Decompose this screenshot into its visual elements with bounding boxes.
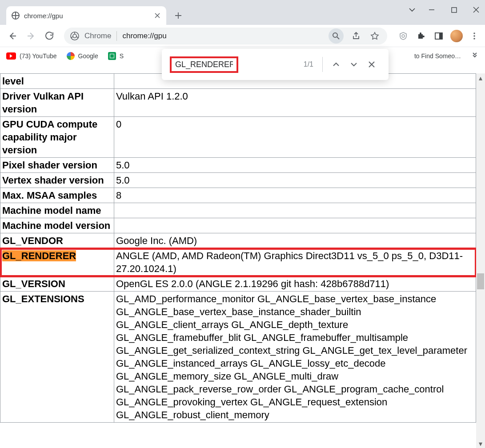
extensions-puzzle-icon[interactable] — [415, 30, 427, 42]
tab-search-button[interactable] — [409, 6, 416, 13]
scroll-up-arrow[interactable]: ▴ — [476, 73, 485, 82]
table-row: Machine model version — [0, 218, 476, 233]
share-icon[interactable] — [350, 30, 362, 42]
svg-point-9 — [473, 38, 475, 40]
profile-avatar[interactable] — [450, 30, 463, 42]
gpu-info-table: levelDriver Vulkan API versionVulkan API… — [0, 73, 476, 423]
browser-tab[interactable]: chrome://gpu — [6, 6, 166, 25]
bookmark-sheets[interactable]: S — [108, 52, 124, 60]
row-key: Driver Vulkan API version — [0, 89, 114, 117]
omnibox-chip-label: Chrome — [84, 32, 111, 40]
table-row: GL_EXTENSIONSGL_AMD_performance_monitor … — [0, 292, 476, 423]
find-next-button[interactable] — [345, 56, 363, 73]
row-value: OpenGL ES 2.0.0 (ANGLE 2.1.19296 git has… — [114, 276, 476, 292]
row-key: Pixel shader version — [0, 158, 114, 173]
svg-rect-0 — [452, 8, 457, 12]
row-key: Machine model version — [0, 218, 114, 233]
row-key: GL_EXTENSIONS — [0, 292, 114, 423]
chrome-icon — [70, 32, 79, 40]
omnibox-url: chrome://gpu — [122, 32, 166, 40]
table-row: Vertex shader version5.0 — [0, 173, 476, 188]
svg-point-8 — [473, 35, 475, 37]
find-input-highlight — [170, 56, 238, 73]
row-value — [114, 203, 476, 218]
forward-button[interactable] — [23, 28, 39, 44]
close-tab-button[interactable] — [154, 12, 161, 19]
svg-point-4 — [402, 35, 405, 37]
scrollbar-thumb[interactable] — [477, 273, 484, 289]
find-in-page-bar: 1/1 — [162, 49, 389, 80]
tab-title: chrome://gpu — [24, 12, 149, 20]
bookmark-youtube[interactable]: (73) YouTube — [6, 52, 57, 60]
svg-point-7 — [473, 32, 475, 34]
bookmark-item[interactable]: to Find Someo… — [414, 52, 461, 60]
table-row: GL_RENDERERANGLE (AMD, AMD Radeon(TM) Gr… — [0, 248, 476, 276]
svg-point-2 — [73, 34, 76, 38]
table-row: Pixel shader version5.0 — [0, 158, 476, 173]
omnibox-separator — [116, 31, 117, 41]
row-value: GL_AMD_performance_monitor GL_ANGLE_base… — [114, 292, 476, 423]
row-key: GL_VENDOR — [0, 233, 114, 248]
row-value: Google Inc. (AMD) — [114, 233, 476, 248]
table-row: GL_VENDORGoogle Inc. (AMD) — [0, 233, 476, 248]
youtube-icon — [6, 52, 16, 60]
menu-button[interactable] — [468, 30, 481, 42]
google-icon — [67, 52, 75, 60]
row-key: GL_RENDERER — [0, 248, 114, 276]
extension-shield-icon[interactable] — [397, 30, 409, 42]
close-window-button[interactable] — [470, 4, 482, 16]
find-prev-button[interactable] — [327, 56, 345, 73]
bookmark-star-icon[interactable] — [369, 30, 381, 42]
bookmark-label: (73) YouTube — [20, 52, 57, 60]
find-match-count: 1/1 — [304, 60, 313, 68]
bookmark-label: Google — [78, 52, 98, 60]
row-key: GPU CUDA compute capability major versio… — [0, 117, 114, 158]
find-close-button[interactable] — [363, 56, 381, 73]
row-value: 5.0 — [114, 158, 476, 173]
row-key: GL_VERSION — [0, 276, 114, 292]
page-content: levelDriver Vulkan API versionVulkan API… — [0, 73, 476, 448]
row-value: 8 — [114, 188, 476, 203]
back-button[interactable] — [4, 28, 20, 44]
scrollbar-track[interactable]: ▴ ▾ — [476, 73, 485, 448]
row-value: 0 — [114, 117, 476, 158]
new-tab-button[interactable] — [172, 9, 185, 22]
reload-button[interactable] — [42, 28, 58, 44]
omnibox[interactable]: Chrome chrome://gpu — [64, 28, 387, 44]
window-controls — [409, 4, 482, 16]
row-value: Vulkan API 1.2.0 — [114, 89, 476, 117]
row-key: Vertex shader version — [0, 173, 114, 188]
row-key: Machine model name — [0, 203, 114, 218]
table-row: Machine model name — [0, 203, 476, 218]
toolbar: Chrome chrome://gpu — [0, 25, 485, 47]
maximize-button[interactable] — [448, 4, 460, 16]
find-separator — [322, 57, 323, 72]
svg-point-3 — [333, 33, 337, 37]
globe-icon — [12, 12, 20, 20]
bookmark-label: S — [120, 52, 124, 60]
table-row: Driver Vulkan API versionVulkan API 1.2.… — [0, 89, 476, 117]
bookmark-google[interactable]: Google — [67, 52, 98, 60]
svg-rect-6 — [439, 33, 442, 39]
row-value: 5.0 — [114, 173, 476, 188]
table-row: GPU CUDA compute capability major versio… — [0, 117, 476, 158]
bookmarks-overflow-button[interactable] — [471, 52, 479, 60]
bookmark-label: to Find Someo… — [414, 52, 461, 60]
table-row: GL_VERSIONOpenGL ES 2.0.0 (ANGLE 2.1.192… — [0, 276, 476, 292]
sheets-icon — [108, 52, 116, 60]
row-value: ANGLE (AMD, AMD Radeon(TM) Graphics Dire… — [114, 248, 476, 276]
find-input[interactable] — [175, 60, 233, 69]
find-in-page-icon[interactable] — [329, 28, 344, 44]
scroll-down-arrow[interactable]: ▾ — [476, 439, 485, 448]
row-value — [114, 218, 476, 233]
minimize-button[interactable] — [425, 4, 438, 16]
row-key: level — [0, 74, 114, 89]
titlebar: chrome://gpu — [0, 0, 485, 25]
side-panel-icon[interactable] — [433, 30, 445, 42]
row-key: Max. MSAA samples — [0, 188, 114, 203]
table-row: Max. MSAA samples8 — [0, 188, 476, 203]
